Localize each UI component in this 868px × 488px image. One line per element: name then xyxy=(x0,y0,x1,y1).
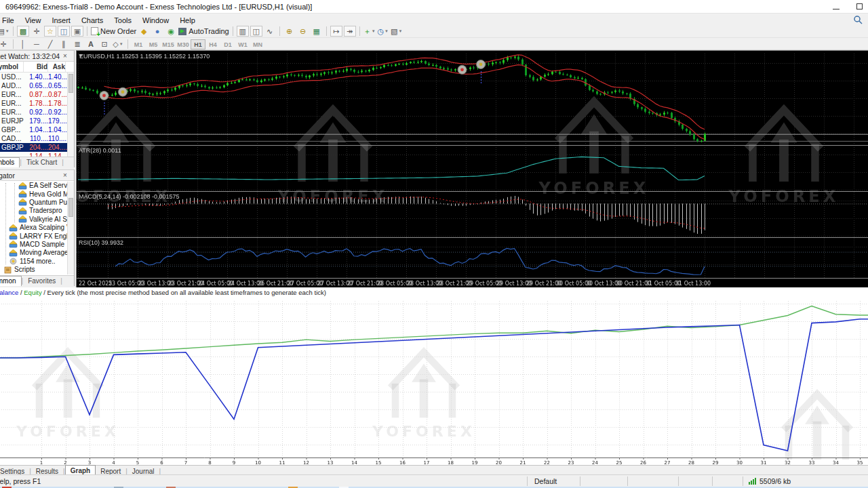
search-icon[interactable] xyxy=(853,15,864,24)
line-chart-button[interactable]: ∿ xyxy=(264,26,276,37)
table-row[interactable]: USD...1.40...1.40... xyxy=(0,73,67,81)
status-profile[interactable]: Default xyxy=(527,476,580,486)
navigator-item-moving-average[interactable]: Moving Average xyxy=(0,249,67,257)
tab-tick-chart[interactable]: Tick Chart xyxy=(22,158,62,167)
fibonacci-button[interactable]: ≣ xyxy=(71,39,83,49)
column-header-ask[interactable]: Ask xyxy=(48,62,66,72)
tester-graph-canvas[interactable] xyxy=(0,298,868,465)
indicators-icon: ＋ xyxy=(363,26,371,36)
horizontal-line-button[interactable]: ─ xyxy=(31,39,43,49)
trendline-button[interactable]: ╱ xyxy=(44,39,56,49)
market-watch-scrollbar[interactable] xyxy=(67,73,74,157)
candlestick-chart-button[interactable]: ◫ xyxy=(250,26,262,37)
table-row[interactable]: GBP...1.04...1.04... xyxy=(0,125,67,134)
timeframe-m5[interactable]: M5 xyxy=(146,40,161,50)
column-header-bid[interactable]: Bid xyxy=(24,62,48,72)
shapes-button[interactable]: ◇▼ xyxy=(112,39,124,49)
auto-scroll-button[interactable]: ↠ xyxy=(344,26,356,37)
navigator-item-valkyrie-ai-sc[interactable]: Valkyrie AI Sc xyxy=(0,216,67,224)
navigator-item-label: Valkyrie AI Sc xyxy=(29,216,67,224)
strategy-tester-button[interactable]: ▣ xyxy=(71,26,83,37)
autotrading-button[interactable]: AutoTrading xyxy=(178,26,229,37)
navigator-title: Navigator xyxy=(0,171,15,180)
tile-windows-button[interactable]: ▦ xyxy=(311,26,323,37)
timeframe-mn[interactable]: MN xyxy=(250,40,265,50)
column-header-symbol[interactable]: Symbol xyxy=(0,62,24,72)
user-icon: ● xyxy=(155,26,160,36)
text-button[interactable]: A xyxy=(85,39,97,49)
deposit-button[interactable]: ◆ xyxy=(138,26,150,37)
ea-icon xyxy=(9,241,18,248)
timeframe-w1[interactable]: W1 xyxy=(235,40,250,50)
bar-chart-button[interactable]: ▥ xyxy=(237,26,249,37)
channel-button[interactable]: ∥ xyxy=(58,39,70,49)
table-row[interactable]: AUD...0.65...0.65... xyxy=(0,81,67,90)
print-button[interactable]: ▤▼ xyxy=(0,26,9,37)
table-row-selected[interactable]: GBPJPY204....204.... xyxy=(0,143,67,152)
templates-button[interactable]: ▧▼ xyxy=(391,26,403,37)
table-row[interactable]: CAD...110....110.... xyxy=(0,134,67,143)
chart-shift-button[interactable]: ↦ xyxy=(330,26,342,37)
crosshair-tool-button[interactable]: ✛ xyxy=(0,39,9,49)
favorites-button[interactable]: ☆ xyxy=(44,26,56,37)
toolbar-separator xyxy=(13,39,14,49)
market-button[interactable]: ◉ xyxy=(165,26,177,37)
timeframe-m1[interactable]: M1 xyxy=(131,40,146,50)
navigator-item-label: MACD Sample xyxy=(20,241,64,249)
chart-window-button[interactable]: ▩ xyxy=(17,26,29,37)
table-row[interactable]: EURJPY179....179.... xyxy=(0,117,67,125)
close-icon[interactable]: × xyxy=(61,170,69,181)
table-row[interactable]: EUR...1.78...1.78... xyxy=(0,99,67,108)
navigator-item-macd-sample[interactable]: MACD Sample xyxy=(0,241,67,249)
zoom-in-button[interactable]: ⊕ xyxy=(283,26,296,37)
timeframe-m30[interactable]: M30 xyxy=(176,40,191,50)
navigator-item-heva-gold-m[interactable]: Heva Gold M xyxy=(0,190,67,198)
navigator-item-ea-self-servic[interactable]: EA Self Servic xyxy=(0,182,67,190)
market-watch-caption: Market Watch: 13:32:04 × xyxy=(0,51,74,62)
navigator-item-1154-more-[interactable]: 1154 more.. xyxy=(0,258,67,266)
market-watch-header: SymbolBidAsk xyxy=(0,62,74,73)
balance-legend: Balance xyxy=(0,289,18,296)
scrollbar-thumb[interactable] xyxy=(68,198,73,217)
tab-graph[interactable]: Graph xyxy=(65,465,96,475)
navigator-item-quantum-pul[interactable]: Quantum Pul xyxy=(0,199,67,207)
scrollbar-thumb[interactable] xyxy=(68,74,73,93)
price-chart-canvas[interactable] xyxy=(77,51,868,288)
bid-cell: 1.78... xyxy=(24,99,48,108)
periods-button[interactable]: ◷▼ xyxy=(377,26,389,37)
bid-cell: 1.04... xyxy=(24,125,48,134)
vertical-line-button[interactable]: │ xyxy=(17,39,29,49)
navigator-item-larry-fx-english[interactable]: LARRY FX English xyxy=(0,232,67,240)
maximize-button[interactable] xyxy=(849,0,868,13)
new-order-button[interactable]: New Order xyxy=(91,26,136,37)
tab-favorites[interactable]: Favorites xyxy=(23,277,60,286)
indicators-button[interactable]: ＋▼ xyxy=(363,26,376,37)
ea-icon xyxy=(18,216,27,223)
navigator-item-alexa-scalping-v3[interactable]: Alexa Scalping V3 xyxy=(0,224,67,232)
title-bar: 69649962: Exness-Trial8 - Demo Account -… xyxy=(0,0,868,14)
timeframe-d1[interactable]: D1 xyxy=(220,40,235,50)
table-row[interactable]: 1.14...1.14... xyxy=(0,152,67,157)
zoom-out-button[interactable]: ⊖ xyxy=(297,26,309,37)
community-button[interactable]: ● xyxy=(151,26,163,37)
timeframe-h4[interactable]: H4 xyxy=(205,40,220,50)
close-icon[interactable]: × xyxy=(61,51,69,62)
status-cell xyxy=(678,476,712,486)
timeframe-h1[interactable]: H1 xyxy=(191,39,205,49)
tab-common[interactable]: Common xyxy=(0,276,22,286)
table-row[interactable]: EUR...0.92...0.92... xyxy=(0,108,67,117)
navigator-scrollbar[interactable] xyxy=(67,182,74,274)
more-icon xyxy=(9,258,18,265)
minimize-button[interactable] xyxy=(826,0,846,13)
navigator-item-traderspro[interactable]: Traderspro xyxy=(0,207,67,215)
timeframe-m15[interactable]: M15 xyxy=(161,40,176,50)
chart-window-icon: ▩ xyxy=(20,26,26,36)
navigator-panel: Navigator × EA Self ServicHeva Gold MQua… xyxy=(0,169,75,286)
navigator-item-scripts[interactable]: Scripts xyxy=(0,266,67,274)
ask-cell: 0.65... xyxy=(48,81,66,90)
tab-symbols[interactable]: Symbols xyxy=(0,157,20,167)
table-row[interactable]: EUR...0.87...0.87... xyxy=(0,90,67,99)
crosshair-button[interactable]: ✛ xyxy=(31,26,43,37)
layout-button[interactable]: ◫ xyxy=(58,26,70,37)
text-label-button[interactable]: ⊡ xyxy=(98,39,111,49)
